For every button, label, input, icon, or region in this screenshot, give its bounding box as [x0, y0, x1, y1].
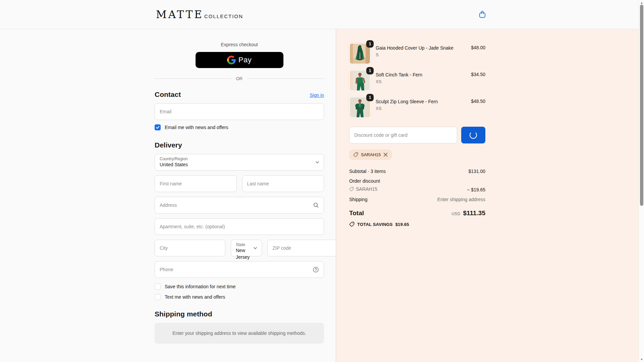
search-icon [313, 202, 319, 208]
apply-discount-button[interactable] [461, 127, 485, 143]
city-field[interactable] [155, 240, 225, 256]
email-news-checkbox[interactable] [155, 124, 161, 130]
tag-icon [353, 152, 358, 157]
item-price: $48.50 [471, 97, 485, 104]
apartment-input[interactable] [160, 224, 319, 229]
state-select-label: State [236, 242, 250, 247]
subtotal-value: $131.00 [468, 169, 485, 174]
address-input[interactable] [160, 202, 313, 208]
quantity-badge: 1 [366, 94, 374, 101]
email-field[interactable] [155, 103, 324, 120]
last-name-field[interactable] [242, 175, 324, 192]
item-name: Sculpt Zip Long Sleeve - Fern [376, 99, 466, 105]
total-savings-value: $19.65 [395, 222, 409, 227]
email-news-label: Email me with news and offers [165, 125, 228, 130]
loading-spinner-icon [470, 131, 477, 139]
total-label: Total [349, 209, 364, 217]
applied-discount-code: SARAH15 [361, 152, 381, 157]
google-pay-button[interactable]: Pay [196, 52, 283, 68]
applied-discount-chip: SARAH15 [349, 149, 392, 160]
checkout-form-column: Express checkout Pay OR [0, 29, 336, 362]
total-savings-label: TOTAL SAVINGS [357, 222, 393, 227]
chevron-down-icon [253, 246, 258, 250]
zip-field[interactable] [267, 240, 336, 256]
header: MATTE COLLECTION [0, 0, 644, 29]
quantity-badge: 1 [366, 40, 374, 48]
check-icon [156, 125, 160, 129]
cart-item-row: 1 Sculpt Zip Long Sleeve - Fern XS $48.5… [349, 97, 485, 118]
scrollbar-down-arrow[interactable]: ▼ [639, 357, 644, 361]
state-select-value: New Jersey [236, 247, 250, 260]
discount-code-field[interactable] [349, 127, 457, 143]
express-checkout-label: Express checkout [155, 42, 324, 47]
item-name: Gaia Hooded Cover Up - Jade Snake [376, 45, 466, 51]
last-name-input[interactable] [247, 181, 319, 186]
totals-section: Subtotal · 3 items $131.00 Order discoun… [349, 169, 485, 227]
shipping-value: Enter shipping address [437, 197, 485, 202]
first-name-field[interactable] [155, 175, 237, 192]
email-news-checkbox-row[interactable]: Email me with news and offers [155, 124, 324, 130]
tag-icon [349, 222, 355, 227]
total-savings-row: TOTAL SAVINGS $19.65 [349, 222, 485, 227]
shipping-method-title: Shipping method [155, 310, 212, 318]
help-icon[interactable] [313, 266, 319, 273]
or-label: OR [236, 76, 243, 81]
country-select-value: United States [160, 161, 312, 168]
scrollbar-up-arrow[interactable]: ▲ [639, 1, 644, 5]
address-field[interactable] [155, 197, 324, 214]
country-select[interactable]: Country/Region United States [155, 154, 324, 171]
item-name: Soft Cinch Tank - Fern [376, 72, 466, 78]
google-g-icon [227, 56, 236, 64]
cart-bag-button[interactable] [477, 9, 488, 20]
vertical-scrollbar[interactable]: ▲ ▼ [639, 0, 644, 362]
contact-section-title: Contact [155, 90, 181, 99]
quantity-badge: 1 [366, 67, 374, 74]
discount-code-input[interactable] [354, 132, 452, 138]
save-info-label: Save this information for next time [165, 284, 236, 289]
total-value: $111.35 [463, 209, 485, 217]
text-news-label: Text me with news and offers [165, 294, 225, 300]
item-size: XS [376, 106, 466, 111]
shipping-method-empty-message: Enter your shipping address to view avai… [155, 323, 324, 344]
discount-code-applied: SARAH15 [356, 186, 377, 192]
city-input[interactable] [160, 245, 220, 251]
item-price: $48.00 [471, 43, 485, 50]
or-divider: OR [155, 76, 324, 81]
scrollbar-thumb[interactable] [640, 5, 643, 206]
item-size: XS [376, 79, 466, 84]
tag-icon [349, 187, 354, 191]
bag-icon [478, 10, 487, 19]
save-info-checkbox[interactable] [155, 284, 161, 290]
country-select-label: Country/Region [160, 157, 312, 161]
chevron-down-icon [315, 160, 320, 165]
item-size: S [376, 52, 466, 57]
save-info-checkbox-row[interactable]: Save this information for next time [155, 284, 324, 290]
zip-input[interactable] [272, 245, 333, 251]
checkout-page: MATTE COLLECTION Express checkout [0, 0, 644, 362]
order-discount-label: Order discount [349, 178, 380, 184]
currency-code: USD [451, 212, 460, 216]
order-summary-column: 1 Gaia Hooded Cover Up - Jade Snake S $4… [336, 29, 644, 362]
email-input[interactable] [160, 109, 319, 114]
logo-text-sub: COLLECTION [204, 13, 243, 19]
phone-input[interactable] [160, 267, 313, 272]
apartment-field[interactable] [155, 218, 324, 235]
logo-text-main: MATTE [156, 8, 204, 20]
discount-amount: − $19.65 [467, 187, 485, 192]
gpay-button-label: Pay [238, 56, 252, 64]
text-news-checkbox[interactable] [155, 294, 161, 300]
first-name-input[interactable] [160, 181, 232, 186]
remove-discount-button[interactable] [383, 153, 388, 157]
cart-item-row: 1 Soft Cinch Tank - Fern XS $34.50 [349, 70, 485, 91]
close-icon [383, 153, 388, 157]
cart-item-row: 1 Gaia Hooded Cover Up - Jade Snake S $4… [349, 43, 485, 64]
subtotal-label: Subtotal · 3 items [349, 169, 386, 174]
text-news-checkbox-row[interactable]: Text me with news and offers [155, 294, 324, 300]
shipping-label: Shipping [349, 197, 368, 202]
phone-field[interactable] [155, 261, 324, 278]
store-logo[interactable]: MATTE COLLECTION [156, 8, 243, 20]
delivery-section-title: Delivery [155, 141, 182, 149]
sign-in-link[interactable]: Sign in [310, 93, 324, 98]
state-select[interactable]: State New Jersey [231, 240, 262, 256]
item-price: $34.50 [471, 70, 485, 77]
